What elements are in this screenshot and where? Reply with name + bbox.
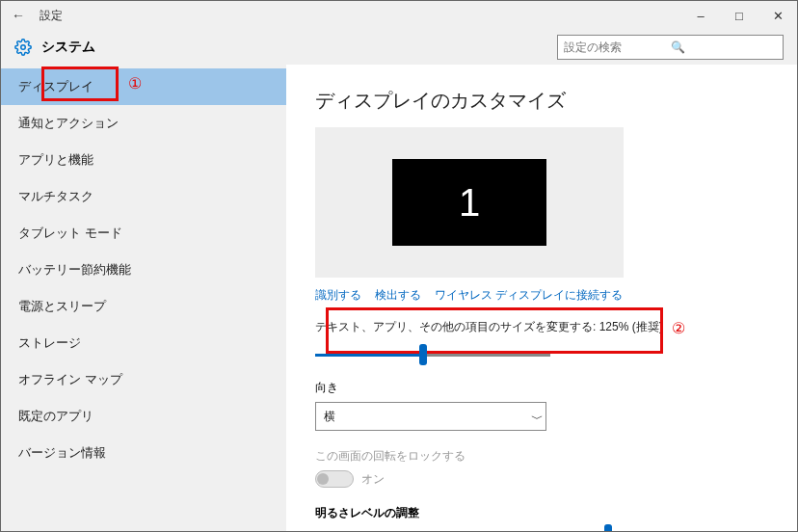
section-title: システム — [41, 39, 95, 56]
sidebar-item-apps[interactable]: アプリと機能 — [1, 142, 286, 178]
settings-window: ← 設定 – □ ✕ システム 設定の検索 🔍 ディスプレイ 通知とアクション … — [0, 0, 798, 532]
sidebar-item-tablet[interactable]: タブレット モード — [1, 215, 286, 252]
sidebar-item-power[interactable]: 電源とスリープ — [1, 288, 286, 325]
sidebar-item-label: マルチタスク — [18, 188, 93, 205]
sidebar-item-label: オフライン マップ — [18, 371, 122, 388]
search-input[interactable]: 設定の検索 🔍 — [557, 35, 784, 60]
close-button[interactable]: ✕ — [758, 1, 797, 30]
slider-track-filled — [315, 354, 421, 357]
sidebar-item-label: アプリと機能 — [18, 151, 93, 169]
orientation-label: 向き — [315, 380, 768, 396]
window-title: 設定 — [40, 8, 63, 24]
detect-link[interactable]: 検出する — [375, 287, 421, 304]
brightness-slider[interactable] — [315, 527, 768, 531]
sidebar-item-label: バージョン情報 — [18, 444, 106, 462]
display-links: 識別する 検出する ワイヤレス ディスプレイに接続する — [315, 287, 768, 304]
sidebar-item-label: バッテリー節約機能 — [18, 261, 131, 279]
sidebar-item-multitask[interactable]: マルチタスク — [1, 178, 286, 215]
brightness-label: 明るさレベルの調整 — [315, 505, 768, 521]
minimize-button[interactable]: – — [681, 1, 720, 30]
sidebar-item-label: タブレット モード — [18, 225, 122, 242]
page-title: ディスプレイのカスタマイズ — [315, 88, 768, 114]
search-icon: 🔍 — [671, 40, 778, 54]
slider-thumb[interactable] — [419, 344, 427, 365]
window-controls: – □ ✕ — [681, 1, 797, 30]
sidebar-item-storage[interactable]: ストレージ — [1, 325, 286, 361]
sidebar-item-label: 通知とアクション — [18, 115, 119, 132]
sidebar-item-offline-maps[interactable]: オフライン マップ — [1, 361, 286, 398]
sidebar-item-display[interactable]: ディスプレイ — [1, 68, 286, 105]
sidebar-item-label: 既定のアプリ — [18, 408, 93, 425]
annotation-number-1: ① — [128, 74, 142, 93]
header-bar: システム 設定の検索 🔍 — [1, 30, 797, 65]
rotation-lock-toggle[interactable] — [315, 470, 354, 488]
orientation-select[interactable]: 横 〈 — [315, 402, 546, 431]
svg-point-0 — [21, 45, 26, 50]
chevron-down-icon: 〈 — [530, 414, 543, 418]
back-button[interactable]: ← — [9, 8, 28, 23]
rotation-lock-label: この画面の回転をロックする — [315, 448, 768, 465]
orientation-value: 横 — [324, 409, 335, 425]
body: ディスプレイ 通知とアクション アプリと機能 マルチタスク タブレット モード … — [1, 65, 797, 531]
sidebar-item-about[interactable]: バージョン情報 — [1, 435, 286, 471]
display-preview[interactable]: 1 — [315, 127, 624, 278]
sidebar-item-label: ディスプレイ — [18, 78, 93, 95]
wireless-display-link[interactable]: ワイヤレス ディスプレイに接続する — [435, 287, 623, 304]
search-placeholder: 設定の検索 — [564, 40, 671, 56]
sidebar-item-notifications[interactable]: 通知とアクション — [1, 105, 286, 142]
monitor-thumbnail[interactable]: 1 — [392, 159, 546, 246]
sidebar-item-battery[interactable]: バッテリー節約機能 — [1, 252, 286, 288]
toggle-knob — [317, 473, 329, 485]
rotation-lock-state: オン — [361, 471, 385, 488]
sidebar-item-default-apps[interactable]: 既定のアプリ — [1, 398, 286, 435]
maximize-button[interactable]: □ — [720, 1, 758, 30]
titlebar: ← 設定 – □ ✕ — [1, 1, 797, 30]
sidebar-item-label: 電源とスリープ — [18, 298, 106, 315]
gear-icon — [14, 39, 32, 56]
scale-label: テキスト、アプリ、その他の項目のサイズを変更する: 125% (推奨) — [315, 319, 768, 335]
content-pane: ディスプレイのカスタマイズ 1 識別する 検出する ワイヤレス ディスプレイに接… — [286, 65, 797, 531]
annotation-number-2: ② — [672, 319, 685, 337]
slider-track-empty — [425, 354, 550, 357]
brightness-thumb[interactable] — [604, 524, 612, 531]
rotation-lock-row: オン — [315, 470, 768, 488]
scale-slider[interactable] — [315, 345, 768, 364]
sidebar: ディスプレイ 通知とアクション アプリと機能 マルチタスク タブレット モード … — [1, 65, 286, 531]
sidebar-item-label: ストレージ — [18, 334, 81, 352]
scale-section: テキスト、アプリ、その他の項目のサイズを変更する: 125% (推奨) — [315, 319, 768, 364]
identify-link[interactable]: 識別する — [315, 287, 361, 304]
